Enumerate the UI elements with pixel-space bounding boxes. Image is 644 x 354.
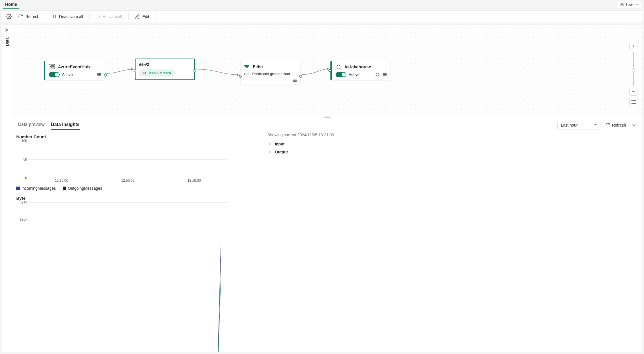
- port-in[interactable]: [328, 69, 331, 72]
- top-tab-bar: Home Live: [0, 0, 644, 9]
- activate-all-label: Activate all: [103, 14, 122, 19]
- separator: [156, 13, 156, 20]
- fit-to-screen-button[interactable]: [629, 98, 637, 106]
- lakehouse-icon: [336, 64, 341, 69]
- tab-home[interactable]: Home: [3, 1, 19, 9]
- sink-status: Active: [349, 72, 360, 77]
- refresh-button[interactable]: Refresh: [15, 12, 42, 21]
- stream-icon: [143, 71, 147, 75]
- gear-icon: [6, 14, 12, 19]
- refresh-icon: [18, 14, 23, 19]
- node-source[interactable]: AzureEventHub Active: [44, 61, 105, 80]
- chevron-right-icon: [267, 150, 272, 154]
- time-range-select[interactable]: Last hour: [557, 121, 600, 129]
- port-in[interactable]: [134, 69, 136, 72]
- node-source-menu[interactable]: [97, 73, 101, 76]
- eye-icon: [620, 2, 624, 7]
- node-sink-title: to-lakehouse: [345, 64, 371, 69]
- filter-rule: PartitionId greater than 1: [252, 72, 293, 76]
- eventhub-icon: [49, 64, 55, 69]
- zoom-in-button[interactable]: +: [629, 42, 637, 50]
- refresh-label: Refresh: [25, 14, 39, 19]
- separator: [89, 13, 90, 20]
- chevron-double-right-icon: [4, 28, 9, 32]
- port-out[interactable]: [193, 69, 196, 72]
- node-stream[interactable]: es-v2 es-v2-stream: [135, 59, 195, 80]
- node-sink[interactable]: to-lakehouse Active: [330, 61, 390, 80]
- play-icon: [96, 14, 100, 19]
- sink-active-toggle[interactable]: [336, 72, 346, 77]
- bottom-panel: Data preview Data insights Last hour Ref…: [12, 118, 642, 352]
- separator: [128, 13, 129, 20]
- rule-icon: [244, 72, 249, 76]
- tree-output[interactable]: Output: [267, 148, 638, 156]
- port-out[interactable]: [104, 74, 107, 77]
- side-rail: Data: [2, 25, 12, 352]
- tab-data-preview[interactable]: Data preview: [18, 120, 45, 130]
- svg-rect-8: [53, 65, 54, 66]
- live-label: Live: [626, 2, 633, 7]
- tree-input-label: Input: [275, 142, 284, 146]
- deactivate-all-button[interactable]: Deactivate all: [49, 13, 86, 21]
- port-in[interactable]: [239, 75, 242, 78]
- svg-rect-7: [52, 65, 53, 66]
- live-mode-button[interactable]: Live: [617, 1, 641, 8]
- svg-point-0: [621, 4, 623, 5]
- stream-chip[interactable]: es-v2-stream: [139, 69, 175, 77]
- y-tick: 0: [25, 176, 27, 180]
- node-source-title: AzureEventHub: [58, 64, 90, 69]
- y-tick: 50: [23, 157, 27, 161]
- chevron-right-icon: [267, 142, 272, 146]
- time-range-value: Last hour: [561, 123, 578, 127]
- ribbon-toolbar: Refresh Deactivate all Activate all Edit: [2, 10, 642, 23]
- svg-rect-2: [53, 15, 54, 18]
- zoom-slider[interactable]: [633, 52, 634, 86]
- chart1-title: Number Count: [16, 134, 233, 139]
- node-filter-menu[interactable]: [293, 79, 297, 82]
- node-stream-title: es-v2: [139, 62, 191, 67]
- tree-input[interactable]: Input: [267, 140, 638, 148]
- collapse-panel-button[interactable]: [631, 123, 636, 128]
- insights-refresh-button[interactable]: Refresh: [605, 123, 626, 128]
- deactivate-all-label: Deactivate all: [59, 14, 83, 19]
- main-workspace: Data: [2, 25, 642, 352]
- node-filter-title: Filter: [253, 64, 263, 69]
- separator: [46, 13, 46, 20]
- sparkle-icon[interactable]: [375, 72, 380, 77]
- svg-point-1: [8, 16, 10, 17]
- stream-chip-label: es-v2-stream: [149, 71, 171, 75]
- zoom-controls: + −: [629, 42, 637, 106]
- svg-rect-6: [50, 67, 51, 68]
- side-panel-label: Data: [5, 37, 9, 46]
- refresh-icon: [605, 123, 610, 128]
- legend-swatch: [16, 187, 20, 190]
- expand-panel-button[interactable]: [4, 28, 10, 33]
- y-tick: 195k: [20, 217, 27, 221]
- filter-icon: [244, 65, 249, 69]
- node-sink-menu[interactable]: [383, 73, 387, 76]
- svg-rect-5: [50, 65, 51, 67]
- showing-current-timestamp: Showing current 2024/11/05 13:21:00: [267, 133, 638, 137]
- zoom-out-button[interactable]: −: [629, 88, 637, 96]
- node-filter[interactable]: Filter PartitionId greater than 1: [241, 61, 300, 85]
- port-out[interactable]: [299, 75, 302, 78]
- svg-rect-9: [52, 66, 54, 68]
- svg-rect-3: [55, 15, 56, 18]
- y-tick: 391k: [20, 200, 27, 204]
- flow-edges: [12, 25, 642, 116]
- y-tick: 100: [21, 139, 27, 143]
- zoom-thumb[interactable]: [632, 69, 635, 72]
- tree-output-label: Output: [275, 150, 288, 154]
- pause-icon: [52, 14, 57, 19]
- flow-canvas[interactable]: AzureEventHub Active es-v2: [12, 25, 642, 116]
- source-active-toggle[interactable]: [49, 72, 60, 77]
- edit-button[interactable]: Edit: [132, 12, 152, 21]
- svg-rect-12: [632, 101, 635, 104]
- insights-refresh-label: Refresh: [612, 123, 626, 127]
- settings-button[interactable]: [4, 12, 13, 21]
- chart-number-count: 0 50 100 12:30:00 12:50:0: [16, 141, 227, 184]
- tab-data-insights[interactable]: Data insights: [51, 120, 79, 130]
- chevron-down-icon: [635, 3, 638, 6]
- edit-icon: [135, 14, 140, 19]
- activate-all-button[interactable]: Activate all: [93, 13, 125, 21]
